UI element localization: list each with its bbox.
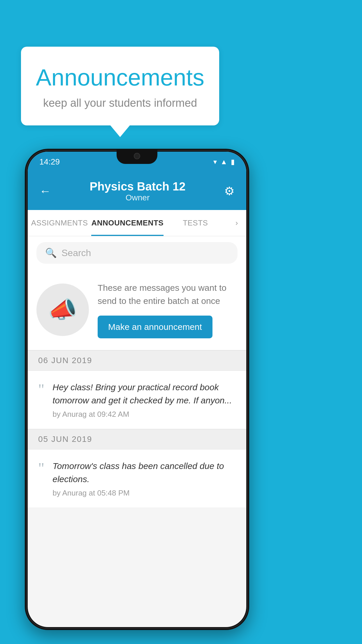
tabs-bar: ASSIGNMENTS ANNOUNCEMENTS TESTS › [28,210,246,236]
header-title: Physics Batch 12 [89,180,185,193]
battery-icon: ▮ [231,158,235,166]
date-separator-1: 06 JUN 2019 [28,350,246,371]
announcement-text-2: Tomorrow's class has been cancelled due … [52,459,236,486]
announcement-meta-1: by Anurag at 09:42 AM [52,410,236,419]
promo-content: These are messages you want to send to t… [98,281,238,338]
status-time: 14:29 [39,157,60,167]
announcement-text-1: Hey class! Bring your practical record b… [52,381,236,407]
announcement-content-1: Hey class! Bring your practical record b… [52,381,236,419]
speech-bubble-subtitle: keep all your students informed [36,97,205,109]
tab-more[interactable]: › [227,210,246,236]
phone-wrapper: 14:29 ▾ ▲ ▮ ← Physics Batch 12 Owner ⚙ [25,149,249,630]
announcement-item-1[interactable]: " Hey class! Bring your practical record… [28,371,246,429]
search-container: 🔍 Search [28,236,246,270]
tab-assignments[interactable]: ASSIGNMENTS [28,210,91,236]
app-header: ← Physics Batch 12 Owner ⚙ [28,172,246,210]
search-icon: 🔍 [45,247,57,258]
tab-tests[interactable]: TESTS [164,210,227,236]
speech-bubble-title: Announcements [36,64,205,91]
phone-screen: 14:29 ▾ ▲ ▮ ← Physics Batch 12 Owner ⚙ [28,152,246,627]
promo-section: 📣 These are messages you want to send to… [28,270,246,350]
megaphone-circle: 📣 [36,284,89,336]
search-input[interactable]: 🔍 Search [36,242,238,264]
search-placeholder: Search [61,248,91,258]
date-text-2: 05 JUN 2019 [38,435,92,444]
status-icons: ▾ ▲ ▮ [213,158,235,166]
announcement-item-2[interactable]: " Tomorrow's class has been cancelled du… [28,449,246,508]
signal-icon: ▲ [220,158,227,166]
speech-bubble: Announcements keep all your students inf… [21,47,219,125]
make-announcement-button[interactable]: Make an announcement [98,316,212,338]
megaphone-icon: 📣 [48,296,77,323]
speech-bubble-container: Announcements keep all your students inf… [21,47,219,125]
date-separator-2: 05 JUN 2019 [28,429,246,449]
settings-button[interactable]: ⚙ [224,184,235,198]
quote-icon-2: " [38,461,44,476]
promo-description: These are messages you want to send to t… [98,281,238,307]
quote-icon-1: " [38,382,44,397]
front-camera [134,153,140,159]
announcement-content-2: Tomorrow's class has been cancelled due … [52,459,236,498]
wifi-icon: ▾ [213,158,217,166]
back-button[interactable]: ← [39,185,51,198]
header-subtitle: Owner [89,193,185,202]
tab-announcements[interactable]: ANNOUNCEMENTS [91,210,164,236]
header-title-group: Physics Batch 12 Owner [89,180,185,202]
date-text-1: 06 JUN 2019 [38,356,92,365]
phone-notch [117,149,157,164]
phone-frame: 14:29 ▾ ▲ ▮ ← Physics Batch 12 Owner ⚙ [25,149,249,630]
announcement-meta-2: by Anurag at 05:48 PM [52,489,236,498]
